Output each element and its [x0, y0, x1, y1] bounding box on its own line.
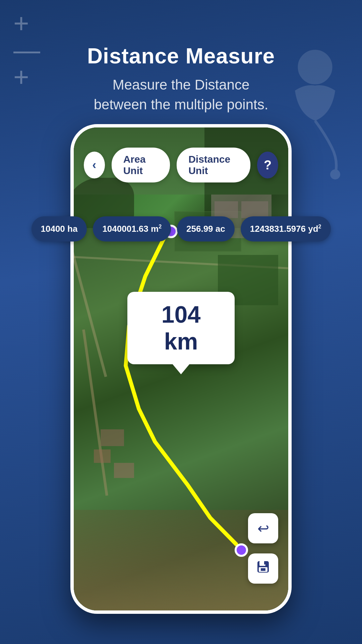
svg-rect-4 [264, 561, 266, 565]
phone-frame: ‹ Area Unit Distance Unit ? 104 km ↩ [70, 124, 292, 614]
stats-bar: 10400 ha 1040001.63 m2 256.99 ac 1243831… [47, 216, 315, 241]
svg-rect-6 [261, 568, 265, 571]
save-button[interactable] [248, 553, 278, 584]
stat-ac: 256.99 ac [177, 216, 235, 241]
subtitle-line1: Measure the Distance [113, 77, 250, 93]
header-section: Distance Measure Measure the Distance be… [0, 0, 362, 128]
undo-button[interactable]: ↩ [248, 513, 278, 543]
svg-point-1 [330, 169, 340, 179]
subtitle: Measure the Distance between the multipl… [0, 75, 362, 115]
distance-tooltip: 104 km [127, 292, 235, 364]
stat-ha-value: 10400 ha [41, 224, 78, 234]
help-icon: ? [264, 158, 272, 172]
stat-yd2: 1243831.5976 yd2 [241, 216, 331, 241]
phone-toolbar: ‹ Area Unit Distance Unit ? [74, 148, 288, 182]
distance-unit-button[interactable]: Distance Unit [177, 148, 250, 182]
stat-ha: 10400 ha [32, 216, 87, 241]
stat-m2: 1040001.63 m2 [93, 216, 171, 241]
undo-icon: ↩ [257, 520, 269, 537]
phone-screen: ‹ Area Unit Distance Unit ? 104 km ↩ [74, 127, 288, 610]
help-button[interactable]: ? [257, 152, 278, 178]
subtitle-line2: between the multiple points. [94, 97, 268, 112]
phone-mockup: ‹ Area Unit Distance Unit ? 104 km ↩ [70, 124, 292, 614]
back-button[interactable]: ‹ [84, 152, 105, 178]
map-pin-end [235, 543, 248, 557]
back-arrow-icon: ‹ [92, 158, 96, 172]
save-icon [256, 560, 270, 577]
stat-m2-value: 1040001.63 m2 [102, 224, 162, 234]
stat-ac-value: 256.99 ac [186, 224, 225, 234]
distance-value: 104 km [162, 302, 201, 355]
stat-yd2-value: 1243831.5976 yd2 [250, 224, 321, 234]
main-title: Distance Measure [0, 44, 362, 68]
area-unit-button[interactable]: Area Unit [112, 148, 170, 182]
